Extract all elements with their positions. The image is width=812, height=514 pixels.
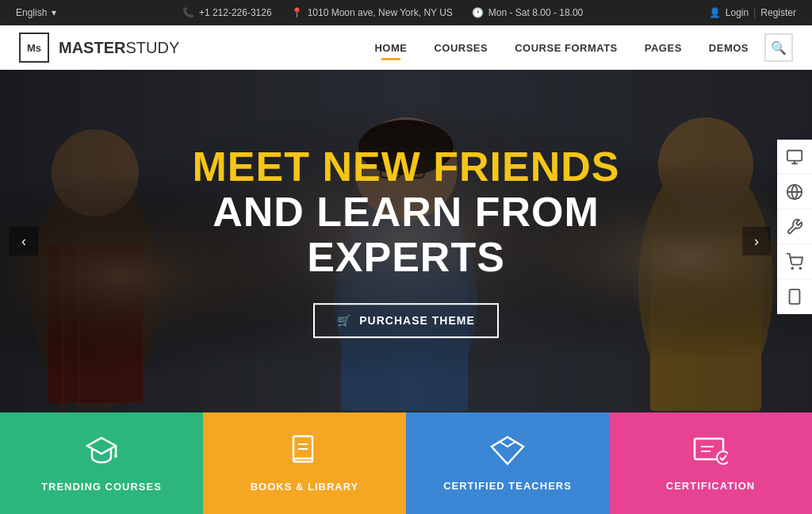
phone-icon: 📞	[182, 7, 194, 18]
diamond-icon	[490, 435, 525, 472]
language-label[interactable]: English	[16, 7, 47, 18]
certificate-icon	[693, 435, 728, 472]
hero-next-arrow[interactable]: ›	[742, 227, 771, 255]
chevron-down-icon: ▾	[52, 7, 56, 18]
svg-point-36	[717, 451, 728, 464]
svg-point-25	[799, 267, 801, 269]
header: Ms MASTERSTUDY HOME COURSES COURSE FORMA…	[0, 25, 812, 70]
hours-info: 🕐 Mon - Sat 8.00 - 18.00	[472, 7, 583, 18]
graduation-icon	[86, 435, 117, 473]
wrench-icon[interactable]	[777, 209, 812, 244]
purchase-label: PURCHASE THEME	[359, 314, 474, 327]
logo-light: STUDY	[125, 39, 179, 56]
address-text: 1010 Moon ave, New York, NY US	[308, 7, 453, 18]
bottom-cards: TRENDING COURSES BOOKS & LIBRARY CERTIFI…	[0, 412, 812, 514]
nav-item-courses[interactable]: COURSES	[423, 36, 499, 60]
location-icon: 📍	[291, 7, 303, 18]
logo-bold: MASTER	[59, 39, 125, 56]
trending-courses-card[interactable]: TRENDING COURSES	[0, 412, 203, 514]
trending-courses-label: TRENDING COURSES	[41, 481, 162, 493]
top-bar: English ▾ 📞 +1 212-226-3126 📍 1010 Moon …	[0, 0, 812, 25]
svg-rect-26	[790, 290, 800, 304]
certification-label: CERTIFICATION	[666, 480, 755, 492]
clock-icon: 🕐	[472, 7, 484, 18]
logo-initials: Ms	[27, 42, 41, 54]
globe-icon[interactable]	[777, 175, 812, 209]
address-info: 📍 1010 Moon ave, New York, NY US	[291, 7, 453, 18]
logo-box: Ms	[19, 33, 49, 63]
nav-item-course-formats[interactable]: COURSE FORMATS	[504, 36, 629, 60]
mobile-icon[interactable]	[777, 279, 812, 314]
svg-point-30	[114, 455, 117, 458]
certified-teachers-label: CERTIFIED TEACHERS	[443, 480, 572, 492]
logo[interactable]: Ms MASTERSTUDY	[19, 33, 179, 63]
hero-title-line2: AND LEARN FROM EXPERTS	[128, 190, 684, 280]
certified-teachers-card[interactable]: CERTIFIED TEACHERS	[406, 412, 609, 514]
svg-point-24	[791, 267, 793, 269]
hero-title-line1: MEET NEW FRIENDS	[128, 144, 684, 190]
book-icon	[290, 435, 319, 473]
logo-text: MASTERSTUDY	[59, 39, 179, 57]
login-link[interactable]: Login	[726, 7, 749, 18]
nav-item-home[interactable]: HOME	[363, 36, 418, 60]
auth-links: 👤 Login | Register	[709, 7, 796, 18]
hours-text: Mon - Sat 8.00 - 18.00	[488, 7, 583, 18]
hero-section: ‹ › MEET NEW FRIENDS AND LEARN FROM EXPE…	[0, 70, 812, 412]
search-button[interactable]: 🔍	[764, 33, 793, 62]
svg-rect-22	[787, 150, 802, 160]
register-link[interactable]: Register	[760, 7, 796, 18]
main-nav: HOME COURSES COURSE FORMATS PAGES DEMOS …	[363, 33, 793, 62]
cart-icon[interactable]	[777, 244, 812, 279]
purchase-button[interactable]: 🛒 PURCHASE THEME	[313, 303, 498, 338]
books-library-card[interactable]: BOOKS & LIBRARY	[203, 412, 406, 514]
phone-info: 📞 +1 212-226-3126	[182, 7, 272, 18]
books-library-label: BOOKS & LIBRARY	[251, 481, 359, 493]
monitor-icon[interactable]	[777, 140, 812, 175]
hero-prev-arrow[interactable]: ‹	[10, 227, 38, 255]
language-selector[interactable]: English ▾	[16, 7, 56, 18]
svg-marker-34	[492, 437, 523, 464]
cart-icon: 🛒	[337, 314, 351, 327]
hero-content: MEET NEW FRIENDS AND LEARN FROM EXPERTS …	[128, 144, 684, 338]
nav-item-pages[interactable]: PAGES	[634, 36, 693, 60]
divider: |	[753, 7, 756, 18]
contact-info: 📞 +1 212-226-3126 📍 1010 Moon ave, New Y…	[182, 7, 583, 18]
phone-number: +1 212-226-3126	[199, 7, 272, 18]
nav-item-demos[interactable]: DEMOS	[698, 36, 760, 60]
side-icons-panel	[777, 140, 812, 314]
user-icon: 👤	[709, 7, 721, 18]
certification-card[interactable]: CERTIFICATION	[609, 412, 812, 514]
